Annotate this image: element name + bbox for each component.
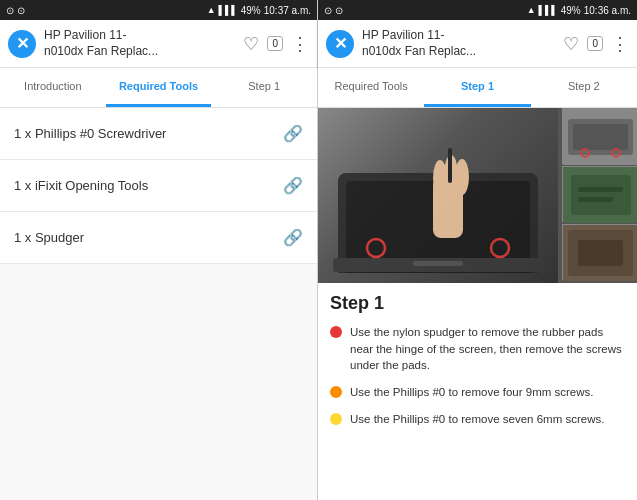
left-app-title: HP Pavilion 11- n010dx Fan Replac...	[44, 28, 235, 59]
wifi-icon: ▲	[207, 5, 216, 15]
svg-rect-19	[578, 187, 623, 192]
tool-name-2: 1 x iFixit Opening Tools	[14, 178, 148, 193]
right-app-bar: ✕ HP Pavilion 11- n010dx Fan Replac... ♡…	[318, 20, 637, 68]
tool-item-2[interactable]: 1 x iFixit Opening Tools 🔗	[0, 160, 317, 212]
left-badge: 0	[267, 36, 283, 51]
tool-link-icon-3[interactable]: 🔗	[283, 228, 303, 247]
right-status-bar: ⊙ ⊙ ▲ ▌▌▌ 49% 10:36 a.m.	[318, 0, 637, 20]
tool-name-3: 1 x Spudger	[14, 230, 84, 245]
step-bullet-1: Use the nylon spudger to remove the rubb…	[330, 324, 625, 374]
svg-rect-23	[578, 240, 623, 266]
bullet-dot-1	[330, 326, 342, 338]
svg-point-8	[455, 159, 469, 195]
svg-rect-18	[571, 175, 631, 215]
step-text: Step 1 Use the nylon spudger to remove t…	[318, 283, 637, 500]
tab-introduction[interactable]: Introduction	[0, 68, 106, 107]
bullet-text-3: Use the Phillips #0 to remove seven 6mm …	[350, 411, 604, 428]
bullet-text-2: Use the Phillips #0 to remove four 9mm s…	[350, 384, 594, 401]
tab-step1-left[interactable]: Step 1	[211, 68, 317, 107]
thumb-3[interactable]	[562, 224, 637, 280]
tab-required-tools[interactable]: Required Tools	[106, 68, 212, 107]
right-signal-icon: ▌▌▌	[539, 5, 558, 15]
left-battery-label: 49%	[241, 5, 261, 16]
right-wifi-icon: ▲	[527, 5, 536, 15]
svg-rect-11	[413, 261, 463, 266]
svg-marker-10	[448, 140, 452, 148]
left-heart-icon[interactable]: ♡	[243, 33, 259, 55]
right-more-icon[interactable]: ⋮	[611, 33, 629, 55]
tool-name-1: 1 x Phillips #0 Screwdriver	[14, 126, 166, 141]
step-images	[318, 108, 637, 283]
tab-step2-right[interactable]: Step 2	[531, 68, 637, 107]
right-time: 10:36 a.m.	[584, 5, 631, 16]
right-panel: ⊙ ⊙ ▲ ▌▌▌ 49% 10:36 a.m. ✕ HP Pavilion 1…	[318, 0, 637, 500]
left-app-actions: ♡ 0 ⋮	[243, 33, 309, 55]
tool-link-icon-1[interactable]: 🔗	[283, 124, 303, 143]
svg-rect-9	[448, 148, 452, 183]
bullet-dot-2	[330, 386, 342, 398]
svg-rect-14	[573, 124, 628, 150]
right-status-right: ▲ ▌▌▌ 49% 10:36 a.m.	[527, 5, 631, 16]
bullet-text-1: Use the nylon spudger to remove the rubb…	[350, 324, 625, 374]
left-tab-bar: Introduction Required Tools Step 1	[0, 68, 317, 108]
svg-rect-20	[578, 197, 613, 202]
left-time: 10:37 a.m.	[264, 5, 311, 16]
right-close-button[interactable]: ✕	[326, 30, 354, 58]
left-status-left: ⊙ ⊙	[6, 5, 25, 16]
right-heart-icon[interactable]: ♡	[563, 33, 579, 55]
bullet-dot-3	[330, 413, 342, 425]
step-main-image	[318, 108, 558, 283]
left-status-right: ▲ ▌▌▌ 49% 10:37 a.m.	[207, 5, 311, 16]
tool-link-icon-2[interactable]: 🔗	[283, 176, 303, 195]
tab-required-tools-right[interactable]: Required Tools	[318, 68, 424, 107]
left-status-icons: ⊙ ⊙	[6, 5, 25, 16]
tool-item-3[interactable]: 1 x Spudger 🔗	[0, 212, 317, 264]
right-badge: 0	[587, 36, 603, 51]
step-bullet-3: Use the Phillips #0 to remove seven 6mm …	[330, 411, 625, 428]
thumb-2[interactable]	[562, 166, 637, 222]
tool-item-1[interactable]: 1 x Phillips #0 Screwdriver 🔗	[0, 108, 317, 160]
right-tab-bar: Required Tools Step 1 Step 2	[318, 68, 637, 108]
tab-step1-right[interactable]: Step 1	[424, 68, 530, 107]
step-thumbnails	[562, 108, 637, 280]
thumb-1[interactable]	[562, 108, 637, 164]
step-bullet-2: Use the Phillips #0 to remove four 9mm s…	[330, 384, 625, 401]
signal-icon: ▌▌▌	[219, 5, 238, 15]
right-app-actions: ♡ 0 ⋮	[563, 33, 629, 55]
left-panel: ⊙ ⊙ ▲ ▌▌▌ 49% 10:37 a.m. ✕ HP Pavilion 1…	[0, 0, 318, 500]
right-battery-label: 49%	[561, 5, 581, 16]
left-status-bar: ⊙ ⊙ ▲ ▌▌▌ 49% 10:37 a.m.	[0, 0, 317, 20]
left-close-button[interactable]: ✕	[8, 30, 36, 58]
left-app-bar: ✕ HP Pavilion 11- n010dx Fan Replac... ♡…	[0, 20, 317, 68]
right-status-left: ⊙ ⊙	[324, 5, 343, 16]
step-illustration	[328, 118, 548, 273]
left-more-icon[interactable]: ⋮	[291, 33, 309, 55]
tools-list: 1 x Phillips #0 Screwdriver 🔗 1 x iFixit…	[0, 108, 317, 500]
right-status-icons: ⊙ ⊙	[324, 5, 343, 16]
right-app-title: HP Pavilion 11- n010dx Fan Replac...	[362, 28, 555, 59]
step-heading: Step 1	[330, 293, 625, 314]
